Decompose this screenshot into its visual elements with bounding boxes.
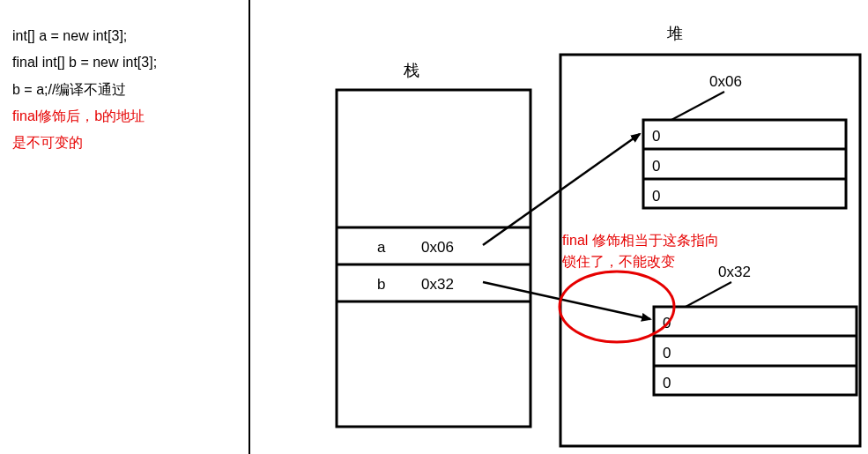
heap-a-cell-2: 0 [652, 188, 660, 205]
heap-addr-0x06: 0x06 [709, 73, 742, 90]
heap-b-cell-1: 0 [663, 345, 671, 361]
arrow-note-2: 锁住了，不能改变 [561, 254, 675, 269]
stack-var-a: a [377, 239, 386, 256]
memory-diagram: 栈 堆 a 0x06 b 0x32 0x06 0 0 0 0x32 0 0 0 … [0, 0, 868, 454]
stack-val-a: 0x06 [421, 239, 454, 256]
stack-box [337, 90, 530, 427]
svg-line-4 [671, 92, 724, 120]
stack-label: 栈 [403, 62, 419, 79]
heap-a-cell-0: 0 [652, 128, 660, 145]
heap-box [560, 55, 860, 446]
heap-a-cell-1: 0 [652, 158, 660, 175]
heap-addr-0x32: 0x32 [718, 264, 751, 280]
stack-val-b: 0x32 [421, 276, 454, 293]
heap-array-b [654, 307, 857, 395]
heap-label: 堆 [666, 25, 683, 42]
heap-array-a [643, 120, 846, 208]
svg-line-7 [686, 282, 731, 307]
arrow-note-1: final 修饰相当于这条指向 [562, 233, 719, 248]
stack-var-b: b [377, 276, 385, 293]
heap-b-cell-2: 0 [663, 375, 671, 391]
